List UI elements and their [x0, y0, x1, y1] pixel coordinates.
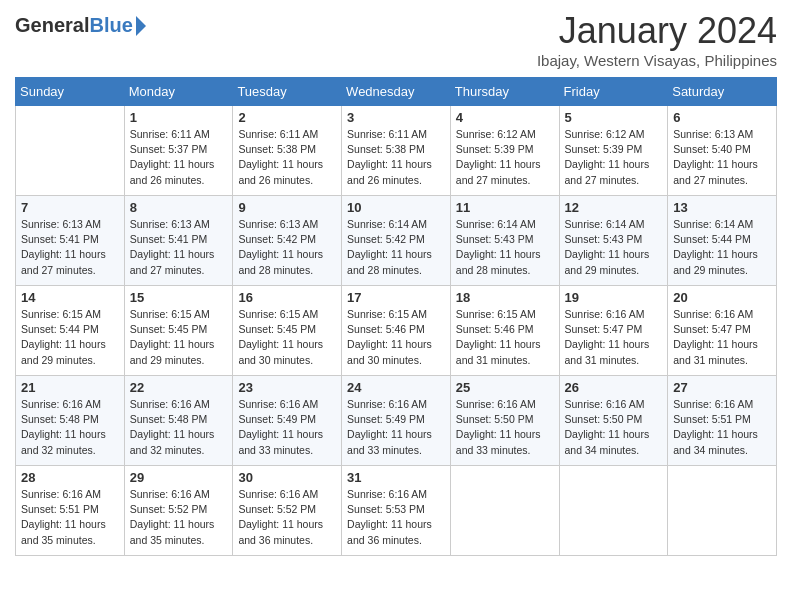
calendar-cell: 5Sunrise: 6:12 AM Sunset: 5:39 PM Daylig…	[559, 106, 668, 196]
day-info: Sunrise: 6:11 AM Sunset: 5:38 PM Dayligh…	[238, 127, 336, 188]
calendar-cell: 15Sunrise: 6:15 AM Sunset: 5:45 PM Dayli…	[124, 286, 233, 376]
page-header: General Blue January 2024 Ibajay, Wester…	[15, 10, 777, 69]
calendar-cell	[16, 106, 125, 196]
day-info: Sunrise: 6:16 AM Sunset: 5:51 PM Dayligh…	[673, 397, 771, 458]
day-info: Sunrise: 6:14 AM Sunset: 5:43 PM Dayligh…	[456, 217, 554, 278]
day-info: Sunrise: 6:13 AM Sunset: 5:40 PM Dayligh…	[673, 127, 771, 188]
day-number: 2	[238, 110, 336, 125]
day-number: 14	[21, 290, 119, 305]
day-number: 15	[130, 290, 228, 305]
calendar-cell: 10Sunrise: 6:14 AM Sunset: 5:42 PM Dayli…	[342, 196, 451, 286]
calendar-cell	[559, 466, 668, 556]
calendar-cell: 24Sunrise: 6:16 AM Sunset: 5:49 PM Dayli…	[342, 376, 451, 466]
day-number: 18	[456, 290, 554, 305]
day-number: 23	[238, 380, 336, 395]
calendar-cell: 11Sunrise: 6:14 AM Sunset: 5:43 PM Dayli…	[450, 196, 559, 286]
day-number: 8	[130, 200, 228, 215]
calendar-cell: 18Sunrise: 6:15 AM Sunset: 5:46 PM Dayli…	[450, 286, 559, 376]
calendar-cell: 6Sunrise: 6:13 AM Sunset: 5:40 PM Daylig…	[668, 106, 777, 196]
calendar-cell	[668, 466, 777, 556]
weekday-header-row: SundayMondayTuesdayWednesdayThursdayFrid…	[16, 78, 777, 106]
calendar-cell: 2Sunrise: 6:11 AM Sunset: 5:38 PM Daylig…	[233, 106, 342, 196]
day-info: Sunrise: 6:16 AM Sunset: 5:50 PM Dayligh…	[456, 397, 554, 458]
day-info: Sunrise: 6:13 AM Sunset: 5:41 PM Dayligh…	[21, 217, 119, 278]
calendar-cell: 16Sunrise: 6:15 AM Sunset: 5:45 PM Dayli…	[233, 286, 342, 376]
day-info: Sunrise: 6:13 AM Sunset: 5:42 PM Dayligh…	[238, 217, 336, 278]
day-info: Sunrise: 6:14 AM Sunset: 5:44 PM Dayligh…	[673, 217, 771, 278]
calendar-cell: 9Sunrise: 6:13 AM Sunset: 5:42 PM Daylig…	[233, 196, 342, 286]
logo-general-text: General	[15, 14, 89, 37]
day-info: Sunrise: 6:16 AM Sunset: 5:48 PM Dayligh…	[130, 397, 228, 458]
logo-blue-text: Blue	[89, 14, 132, 37]
weekday-header-thursday: Thursday	[450, 78, 559, 106]
weekday-header-friday: Friday	[559, 78, 668, 106]
day-info: Sunrise: 6:14 AM Sunset: 5:42 PM Dayligh…	[347, 217, 445, 278]
day-number: 4	[456, 110, 554, 125]
day-info: Sunrise: 6:16 AM Sunset: 5:51 PM Dayligh…	[21, 487, 119, 548]
day-number: 21	[21, 380, 119, 395]
day-number: 25	[456, 380, 554, 395]
day-info: Sunrise: 6:15 AM Sunset: 5:46 PM Dayligh…	[347, 307, 445, 368]
day-info: Sunrise: 6:16 AM Sunset: 5:47 PM Dayligh…	[565, 307, 663, 368]
calendar-table: SundayMondayTuesdayWednesdayThursdayFrid…	[15, 77, 777, 556]
calendar-cell: 14Sunrise: 6:15 AM Sunset: 5:44 PM Dayli…	[16, 286, 125, 376]
calendar-cell: 28Sunrise: 6:16 AM Sunset: 5:51 PM Dayli…	[16, 466, 125, 556]
day-number: 13	[673, 200, 771, 215]
day-number: 5	[565, 110, 663, 125]
calendar-cell: 26Sunrise: 6:16 AM Sunset: 5:50 PM Dayli…	[559, 376, 668, 466]
day-info: Sunrise: 6:12 AM Sunset: 5:39 PM Dayligh…	[565, 127, 663, 188]
calendar-cell: 30Sunrise: 6:16 AM Sunset: 5:52 PM Dayli…	[233, 466, 342, 556]
day-number: 11	[456, 200, 554, 215]
calendar-cell: 3Sunrise: 6:11 AM Sunset: 5:38 PM Daylig…	[342, 106, 451, 196]
day-number: 9	[238, 200, 336, 215]
calendar-cell: 4Sunrise: 6:12 AM Sunset: 5:39 PM Daylig…	[450, 106, 559, 196]
day-number: 7	[21, 200, 119, 215]
location-subtitle: Ibajay, Western Visayas, Philippines	[537, 52, 777, 69]
day-info: Sunrise: 6:15 AM Sunset: 5:46 PM Dayligh…	[456, 307, 554, 368]
day-number: 22	[130, 380, 228, 395]
calendar-week-row: 1Sunrise: 6:11 AM Sunset: 5:37 PM Daylig…	[16, 106, 777, 196]
day-number: 10	[347, 200, 445, 215]
day-number: 20	[673, 290, 771, 305]
day-info: Sunrise: 6:12 AM Sunset: 5:39 PM Dayligh…	[456, 127, 554, 188]
calendar-cell	[450, 466, 559, 556]
day-number: 1	[130, 110, 228, 125]
calendar-cell: 19Sunrise: 6:16 AM Sunset: 5:47 PM Dayli…	[559, 286, 668, 376]
day-info: Sunrise: 6:16 AM Sunset: 5:52 PM Dayligh…	[130, 487, 228, 548]
calendar-week-row: 14Sunrise: 6:15 AM Sunset: 5:44 PM Dayli…	[16, 286, 777, 376]
calendar-cell: 27Sunrise: 6:16 AM Sunset: 5:51 PM Dayli…	[668, 376, 777, 466]
calendar-cell: 13Sunrise: 6:14 AM Sunset: 5:44 PM Dayli…	[668, 196, 777, 286]
month-title: January 2024	[537, 10, 777, 52]
day-number: 27	[673, 380, 771, 395]
day-info: Sunrise: 6:11 AM Sunset: 5:37 PM Dayligh…	[130, 127, 228, 188]
day-info: Sunrise: 6:13 AM Sunset: 5:41 PM Dayligh…	[130, 217, 228, 278]
day-info: Sunrise: 6:16 AM Sunset: 5:48 PM Dayligh…	[21, 397, 119, 458]
calendar-cell: 21Sunrise: 6:16 AM Sunset: 5:48 PM Dayli…	[16, 376, 125, 466]
weekday-header-tuesday: Tuesday	[233, 78, 342, 106]
weekday-header-monday: Monday	[124, 78, 233, 106]
calendar-cell: 20Sunrise: 6:16 AM Sunset: 5:47 PM Dayli…	[668, 286, 777, 376]
day-info: Sunrise: 6:16 AM Sunset: 5:52 PM Dayligh…	[238, 487, 336, 548]
day-number: 3	[347, 110, 445, 125]
day-number: 6	[673, 110, 771, 125]
day-info: Sunrise: 6:15 AM Sunset: 5:44 PM Dayligh…	[21, 307, 119, 368]
day-number: 24	[347, 380, 445, 395]
day-info: Sunrise: 6:16 AM Sunset: 5:49 PM Dayligh…	[238, 397, 336, 458]
calendar-cell: 25Sunrise: 6:16 AM Sunset: 5:50 PM Dayli…	[450, 376, 559, 466]
day-info: Sunrise: 6:14 AM Sunset: 5:43 PM Dayligh…	[565, 217, 663, 278]
day-info: Sunrise: 6:15 AM Sunset: 5:45 PM Dayligh…	[238, 307, 336, 368]
logo-triangle-icon	[136, 16, 146, 36]
day-number: 28	[21, 470, 119, 485]
calendar-cell: 7Sunrise: 6:13 AM Sunset: 5:41 PM Daylig…	[16, 196, 125, 286]
day-info: Sunrise: 6:16 AM Sunset: 5:47 PM Dayligh…	[673, 307, 771, 368]
day-number: 30	[238, 470, 336, 485]
calendar-cell: 8Sunrise: 6:13 AM Sunset: 5:41 PM Daylig…	[124, 196, 233, 286]
day-number: 29	[130, 470, 228, 485]
weekday-header-sunday: Sunday	[16, 78, 125, 106]
calendar-cell: 31Sunrise: 6:16 AM Sunset: 5:53 PM Dayli…	[342, 466, 451, 556]
calendar-week-row: 21Sunrise: 6:16 AM Sunset: 5:48 PM Dayli…	[16, 376, 777, 466]
day-info: Sunrise: 6:16 AM Sunset: 5:49 PM Dayligh…	[347, 397, 445, 458]
day-number: 16	[238, 290, 336, 305]
calendar-week-row: 28Sunrise: 6:16 AM Sunset: 5:51 PM Dayli…	[16, 466, 777, 556]
day-info: Sunrise: 6:16 AM Sunset: 5:50 PM Dayligh…	[565, 397, 663, 458]
